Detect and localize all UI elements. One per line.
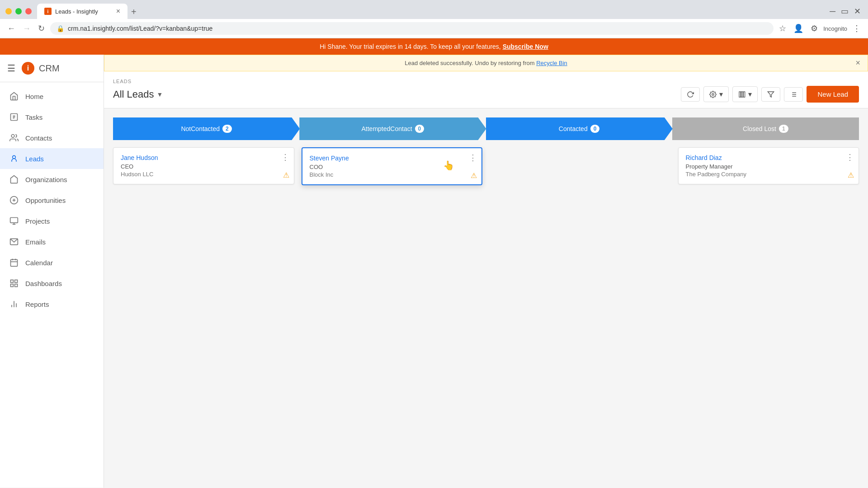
svg-rect-19 — [11, 280, 14, 283]
settings-button[interactable]: ▾ — [703, 86, 729, 102]
stage-contacted[interactable]: Contacted 0 — [486, 117, 673, 140]
new-tab-button[interactable]: + — [127, 5, 140, 19]
leads-icon — [9, 154, 19, 164]
svg-rect-15 — [11, 259, 18, 266]
stage-closed-lost[interactable]: Closed Lost 1 — [672, 117, 859, 140]
sidebar-item-leads[interactable]: Leads — [0, 148, 104, 169]
stage-not-contacted-label: NotContacted — [181, 125, 220, 132]
sidebar-item-dashboards[interactable]: Dashboards — [0, 273, 104, 294]
window-maximize-btn[interactable]: ▭ — [841, 6, 849, 16]
card-menu-richard-diaz[interactable]: ⋮ — [846, 152, 854, 162]
nav-extras: ☆ 👤 ⚙ Incognito ⋮ — [777, 22, 863, 35]
main-app: ☰ i CRM Home Tasks — [0, 55, 868, 488]
sidebar-header: ☰ i CRM — [0, 55, 104, 82]
bookmark-button[interactable]: ☆ — [777, 22, 788, 35]
tab-bar: i Leads - Insightly × + — [37, 4, 140, 19]
kanban-columns-container: ⋮ Jane Hudson CEO Hudson LLC ⚠ ⋮ Steven … — [113, 147, 859, 479]
svg-rect-29 — [744, 92, 745, 97]
kanban-column-contacted — [490, 147, 671, 479]
extensions-button[interactable]: ⚙ — [809, 22, 820, 35]
refresh-icon — [687, 91, 694, 98]
notification-close-button[interactable]: × — [855, 58, 860, 68]
sidebar-item-emails[interactable]: Emails — [0, 231, 104, 252]
leads-filter-dropdown[interactable]: All Leads ▼ — [113, 89, 163, 100]
sidebar-item-opportunities[interactable]: Opportunities — [0, 190, 104, 211]
warning-icon-steven-payne: ⚠ — [471, 171, 477, 180]
browser-titlebar: i Leads - Insightly × + ─ ▭ ✕ — [0, 0, 868, 19]
maximize-button[interactable] — [15, 8, 22, 14]
view-toggle-button[interactable]: ▾ — [732, 86, 758, 102]
card-menu-steven-payne[interactable]: ⋮ — [469, 153, 477, 163]
svg-rect-22 — [15, 284, 18, 287]
stage-attempted-contact[interactable]: AttemptedContact 0 — [299, 117, 486, 140]
url-bar[interactable]: 🔒 crm.na1.insightly.com/list/Lead/?v=kan… — [50, 22, 774, 35]
card-title-jane-hudson: CEO — [121, 163, 287, 170]
svg-point-6 — [11, 135, 14, 138]
kanban-column-closed-lost: ⋮ Richard Diaz Property Manager The Padb… — [678, 147, 859, 479]
card-org-steven-payne: Block Inc — [310, 171, 475, 178]
card-title-richard-diaz: Property Manager — [686, 163, 852, 170]
stage-not-contacted-count: 2 — [222, 125, 232, 133]
sidebar-item-reports-label: Reports — [25, 300, 49, 308]
more-button[interactable]: ⋮ — [851, 22, 863, 35]
sort-button[interactable] — [784, 87, 803, 102]
svg-rect-20 — [15, 280, 18, 283]
active-tab[interactable]: i Leads - Insightly × — [37, 4, 127, 19]
notification-text: Lead deleted successfully. Undo by resto… — [405, 60, 534, 66]
svg-point-7 — [13, 155, 16, 159]
stage-not-contacted[interactable]: NotContacted 2 — [113, 117, 300, 140]
sidebar-item-organizations[interactable]: Organizations — [0, 169, 104, 190]
leads-header: LEADS All Leads ▼ ▾ ▾ — [104, 71, 868, 108]
logo-crm-text: CRM — [39, 63, 60, 74]
subscribe-now-link[interactable]: Subscribe Now — [503, 43, 548, 50]
card-org-richard-diaz: The Padberg Company — [686, 171, 852, 178]
forward-button[interactable]: → — [21, 22, 33, 35]
minimize-button[interactable] — [5, 8, 12, 14]
kanban-card-steven-payne[interactable]: ⋮ Steven Payne COO Block Inc ⚠ 👆 — [302, 147, 483, 185]
sidebar-item-tasks[interactable]: Tasks — [0, 107, 104, 127]
dropdown-arrow-icon: ▼ — [157, 91, 163, 98]
kanban-view-icon — [738, 91, 745, 98]
url-text: crm.na1.insightly.com/list/Lead/?v=kanba… — [68, 25, 767, 32]
logo-area: i CRM — [21, 61, 60, 75]
kanban-board: NotContacted 2 AttemptedContact 0 Contac… — [104, 108, 868, 488]
emails-icon — [9, 237, 19, 247]
stage-attempted-count: 0 — [415, 125, 425, 133]
sidebar-item-projects[interactable]: Projects — [0, 211, 104, 231]
sidebar-item-home[interactable]: Home — [0, 86, 104, 107]
filter-button[interactable] — [761, 87, 780, 102]
recycle-bin-link[interactable]: Recycle Bin — [536, 60, 567, 66]
gear-icon — [709, 91, 717, 98]
hamburger-menu-button[interactable]: ☰ — [7, 63, 15, 74]
sidebar-item-projects-label: Projects — [25, 217, 50, 225]
alert-text: Hi Shane. Your trial expires in 14 days.… — [320, 43, 501, 50]
svg-rect-11 — [10, 218, 18, 223]
svg-rect-27 — [739, 92, 741, 97]
kanban-card-jane-hudson[interactable]: ⋮ Jane Hudson CEO Hudson LLC ⚠ — [113, 147, 294, 184]
back-button[interactable]: ← — [5, 22, 17, 35]
lock-icon: 🔒 — [57, 25, 64, 32]
new-lead-button[interactable]: New Lead — [807, 86, 859, 103]
browser-chrome: i Leads - Insightly × + ─ ▭ ✕ ← → ↻ 🔒 cr… — [0, 0, 868, 38]
sidebar-item-reports[interactable]: Reports — [0, 294, 104, 314]
trial-alert-banner: Hi Shane. Your trial expires in 14 days.… — [0, 38, 868, 55]
svg-rect-28 — [741, 92, 743, 97]
profile-button[interactable]: 👤 — [792, 22, 805, 35]
window-minimize-btn[interactable]: ─ — [830, 6, 835, 16]
stage-contacted-count: 0 — [590, 125, 600, 133]
tab-close-button[interactable]: × — [116, 7, 120, 15]
close-window-button[interactable] — [25, 8, 32, 14]
sidebar-item-calendar[interactable]: Calendar — [0, 252, 104, 273]
browser-nav: ← → ↻ 🔒 crm.na1.insightly.com/list/Lead/… — [0, 19, 868, 38]
sidebar-item-contacts[interactable]: Contacts — [0, 127, 104, 148]
kanban-card-richard-diaz[interactable]: ⋮ Richard Diaz Property Manager The Padb… — [678, 147, 859, 184]
svg-rect-21 — [11, 284, 14, 287]
reload-button[interactable]: ↻ — [36, 22, 47, 35]
window-close-btn[interactable]: ✕ — [854, 6, 861, 16]
sidebar-item-organizations-label: Organizations — [25, 176, 67, 183]
insightly-logo: i — [21, 61, 35, 75]
sidebar-item-tasks-label: Tasks — [25, 113, 42, 121]
refresh-button[interactable] — [681, 87, 700, 102]
card-menu-jane-hudson[interactable]: ⋮ — [281, 152, 289, 162]
stage-closed-lost-label: Closed Lost — [743, 125, 776, 132]
